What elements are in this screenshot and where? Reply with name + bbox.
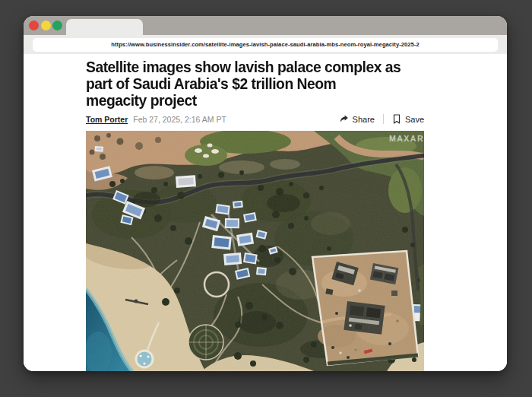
traffic-lights <box>29 21 62 30</box>
minimize-window-button[interactable] <box>41 21 51 30</box>
browser-toolbar: https://www.businessinsider.com/satellit… <box>24 35 507 54</box>
byline-row: Tom Porter Feb 27, 2025, 2:16 AM PT Shar… <box>86 114 424 124</box>
satellite-image: MAXAR <box>86 131 424 371</box>
image-watermark: MAXAR <box>389 134 424 143</box>
article-actions: Share Save <box>338 114 424 124</box>
bookmark-icon <box>392 114 401 124</box>
url-bar[interactable]: https://www.businessinsider.com/satellit… <box>33 38 498 52</box>
author-link[interactable]: Tom Porter <box>86 115 128 124</box>
headline-line-2: part of Saudi Arabia's $2 trillion Neom <box>86 75 414 92</box>
share-button[interactable]: Share <box>338 114 375 124</box>
publish-date: Feb 27, 2025, 2:16 AM PT <box>133 115 226 124</box>
article-hero-image: MAXAR <box>86 131 424 371</box>
zoom-window-button[interactable] <box>52 21 62 30</box>
save-button[interactable]: Save <box>392 114 424 124</box>
close-window-button[interactable] <box>29 21 39 30</box>
browser-tab[interactable] <box>66 19 143 35</box>
share-icon <box>338 114 349 124</box>
article-headline: Satellite images show lavish palace comp… <box>86 59 414 109</box>
headline-line-3: megacity project <box>86 92 414 109</box>
share-label: Share <box>353 115 375 124</box>
actions-divider <box>383 114 384 124</box>
article-page: Satellite images show lavish palace comp… <box>24 54 507 371</box>
browser-window: https://www.businessinsider.com/satellit… <box>24 16 507 371</box>
headline-line-1: Satellite images show lavish palace comp… <box>86 59 414 75</box>
byline-meta: Tom Porter Feb 27, 2025, 2:16 AM PT <box>86 115 226 124</box>
browser-titlebar <box>24 16 507 35</box>
save-label: Save <box>405 115 424 124</box>
